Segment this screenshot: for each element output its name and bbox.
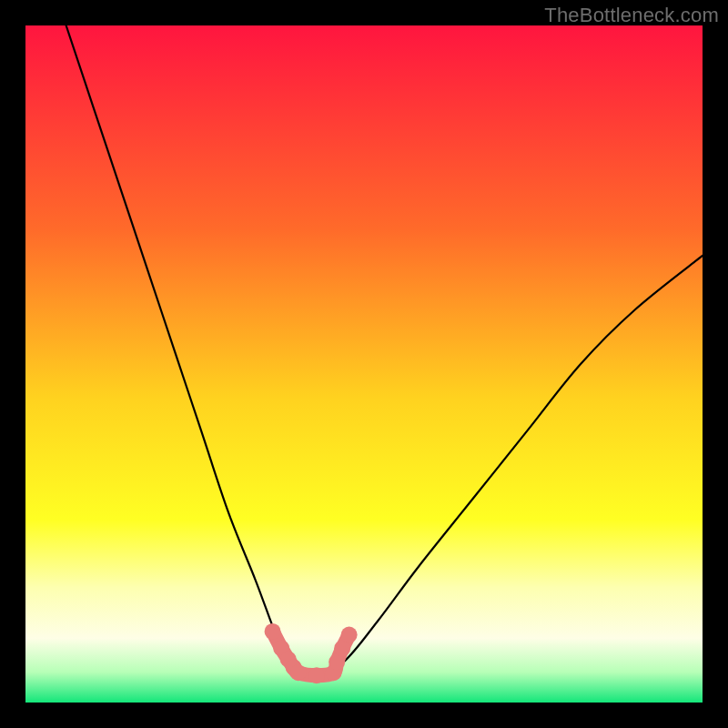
- highlight-dot: [265, 623, 281, 640]
- bottleneck-plot: [25, 25, 703, 703]
- highlight-dot: [341, 627, 358, 643]
- gradient-panel: [25, 25, 703, 703]
- chart-frame: TheBottleneck.com: [0, 0, 728, 728]
- watermark-text: TheBottleneck.com: [544, 4, 719, 27]
- highlight-dot: [308, 667, 325, 683]
- highlight-dot: [290, 664, 307, 681]
